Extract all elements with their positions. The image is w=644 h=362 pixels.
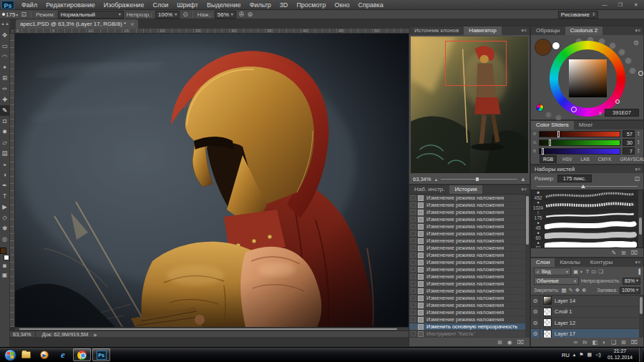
coolorus-option-button[interactable]: [545, 112, 552, 118]
link-layers-icon[interactable]: ∞: [574, 339, 578, 346]
brush-tool[interactable]: ✎: [0, 105, 9, 116]
color-mode-button[interactable]: LAB: [577, 156, 592, 162]
visibility-eye-icon[interactable]: ⊙: [531, 295, 540, 306]
menu-item[interactable]: Файл: [17, 0, 42, 10]
history-entry[interactable]: Изменение режима наложения: [409, 295, 530, 302]
history-entry[interactable]: Изменение режима наложения: [409, 230, 530, 238]
new-brush-icon[interactable]: ⊞: [621, 250, 626, 256]
tab-coolorus[interactable]: Coolorus 2: [565, 26, 603, 35]
delete-layer-icon[interactable]: ⌧: [631, 339, 638, 346]
filter-shape-layers-icon[interactable]: ▭: [591, 268, 596, 275]
history-source-checkbox[interactable]: [411, 267, 416, 272]
gear-icon[interactable]: ⚙: [633, 39, 639, 47]
history-entry[interactable]: Изменение режима наложения: [409, 273, 530, 280]
airbrush-icon[interactable]: ✇: [239, 11, 245, 19]
history-entry[interactable]: Изменение режима наложения: [409, 216, 530, 223]
hue-marker-secondary[interactable]: [571, 107, 577, 112]
lock-pixels-icon[interactable]: ✎: [569, 287, 573, 293]
artwork-spartan-warrior[interactable]: [15, 34, 409, 327]
background-color-swatch[interactable]: [4, 255, 9, 260]
tab-layers[interactable]: Слои: [531, 258, 555, 267]
hue-marker[interactable]: [638, 71, 643, 76]
foreground-color-well[interactable]: [535, 39, 552, 56]
taskbar-explorer[interactable]: [16, 348, 35, 362]
history-source-checkbox[interactable]: [411, 295, 416, 300]
eyedropper-tool[interactable]: ✑: [0, 84, 9, 94]
navigator-zoom-value[interactable]: 63,34%: [413, 176, 431, 182]
green-slider[interactable]: [539, 140, 620, 146]
menu-item[interactable]: 3D: [275, 0, 293, 10]
history-entry[interactable]: Изменение режима наложения: [409, 288, 530, 295]
zoom-tool[interactable]: ◎: [0, 234, 9, 245]
new-document-from-state-icon[interactable]: ⊞: [497, 339, 502, 346]
tab-mixer[interactable]: Mixer: [574, 121, 598, 129]
blend-mode-select[interactable]: Нормальный ▾: [58, 11, 124, 19]
brush-preset[interactable]: ●60: [532, 240, 643, 248]
blue-slider[interactable]: [539, 148, 620, 155]
panel-menu-icon[interactable]: ▾≡: [635, 258, 643, 267]
history-source-checkbox[interactable]: [411, 217, 416, 222]
color-mode-button[interactable]: CMYK: [595, 156, 615, 162]
tab-channels[interactable]: Каналы: [555, 258, 585, 267]
layer-row[interactable]: ⊙ Слой 1: [531, 307, 643, 318]
gradient-tool[interactable]: ▤: [0, 148, 9, 159]
harmony-dot[interactable]: [629, 67, 636, 74]
new-layer-icon[interactable]: ⊞: [621, 339, 626, 346]
taskbar-chrome-active[interactable]: [73, 348, 91, 361]
screen-mode-button[interactable]: ▣: [0, 270, 9, 279]
tab-history[interactable]: История: [449, 185, 482, 194]
history-source-checkbox[interactable]: [411, 260, 416, 265]
menu-item[interactable]: Шрифт: [172, 0, 203, 10]
filter-type-layers-icon[interactable]: T: [586, 268, 590, 275]
menu-item[interactable]: Редактирование: [42, 0, 99, 10]
document-tab[interactable]: apec1.PSD @ 63,3% (Layer 17, RGB/8) * ×: [16, 19, 138, 29]
history-entry[interactable]: Изменение режима наложения: [409, 245, 530, 252]
foreground-color-swatch[interactable]: [0, 248, 6, 254]
scrollbar-thumb[interactable]: [19, 328, 397, 330]
filter-adjustment-layers-icon[interactable]: ◐: [580, 268, 584, 275]
panel-menu-icon[interactable]: ▾≡: [521, 185, 530, 194]
navigator-thumbnail[interactable]: [411, 36, 528, 173]
harmony-dot[interactable]: [618, 49, 625, 56]
history-entry-disabled[interactable]: Инструмент "Кисть": [409, 331, 530, 338]
action-center-flag-icon[interactable]: ⚑: [579, 352, 583, 358]
taskbar-internet-explorer[interactable]: e: [54, 348, 72, 362]
brush-preset[interactable]: ●45: [532, 220, 643, 230]
stepper-icon[interactable]: ▲▼: [637, 131, 641, 137]
stepper-icon[interactable]: ▲▼: [637, 140, 641, 145]
history-entry[interactable]: Изменение режима наложения: [409, 195, 530, 202]
layer-thumbnail[interactable]: [543, 318, 552, 327]
taskbar-photoshop-active[interactable]: Ps: [92, 348, 110, 361]
tab-paths[interactable]: Контуры: [585, 258, 618, 267]
show-desktop-button[interactable]: [639, 348, 643, 362]
brush-panel-toggle-icon[interactable]: ⊡: [634, 175, 640, 182]
green-value[interactable]: 30: [623, 139, 635, 146]
clone-stamp-tool[interactable]: ◘: [0, 116, 9, 127]
color-mode-button[interactable]: GRAYSCALE: [618, 156, 644, 162]
adjustment-layer-icon[interactable]: ◐: [602, 339, 606, 346]
blur-tool[interactable]: ◒: [0, 159, 9, 170]
history-entry[interactable]: Изменение режима наложения: [409, 266, 530, 273]
history-source-checkbox[interactable]: [411, 195, 416, 200]
visibility-eye-icon[interactable]: ⊙: [531, 328, 540, 338]
workspace-select[interactable]: Рисование ⇕: [558, 11, 598, 19]
panel-menu-icon[interactable]: ▾≡: [521, 26, 530, 35]
blue-value[interactable]: 7: [623, 147, 635, 155]
filter-smart-objects-icon[interactable]: ❏: [598, 268, 603, 275]
history-source-checkbox[interactable]: [411, 245, 416, 250]
history-entry[interactable]: Изменение режима наложения: [409, 309, 530, 316]
brush-preset[interactable]: ❋452: [532, 190, 643, 200]
layer-thumbnail[interactable]: [543, 330, 552, 338]
close-button[interactable]: ✕: [628, 0, 644, 9]
toolbar-collapse-icon[interactable]: ▲▲: [0, 19, 10, 29]
history-source-checkbox[interactable]: [411, 202, 416, 207]
layer-row-selected[interactable]: ⊙ Layer 17: [531, 329, 643, 338]
menu-item[interactable]: Выделение: [203, 0, 245, 10]
history-entry[interactable]: Изменение режима наложения: [409, 259, 530, 266]
visibility-eye-icon[interactable]: ⊙: [531, 318, 540, 328]
shape-tool[interactable]: ◇: [0, 212, 9, 223]
quick-selection-tool[interactable]: ✦: [0, 62, 9, 73]
history-source-checkbox[interactable]: [411, 210, 416, 215]
tab-clone-source[interactable]: Источник клонов: [409, 26, 464, 35]
history-source-checkbox[interactable]: [411, 288, 416, 293]
